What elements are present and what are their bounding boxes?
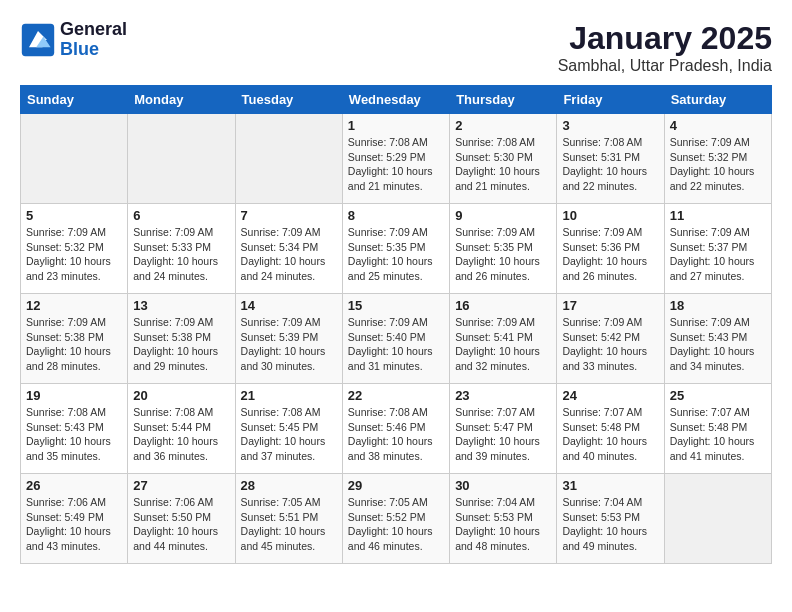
day-number: 1 (348, 118, 444, 133)
calendar-cell: 17Sunrise: 7:09 AMSunset: 5:42 PMDayligh… (557, 294, 664, 384)
day-info: Sunrise: 7:09 AMSunset: 5:37 PMDaylight:… (670, 225, 766, 284)
week-row-3: 12Sunrise: 7:09 AMSunset: 5:38 PMDayligh… (21, 294, 772, 384)
calendar-cell: 8Sunrise: 7:09 AMSunset: 5:35 PMDaylight… (342, 204, 449, 294)
day-header-sunday: Sunday (21, 86, 128, 114)
title-area: January 2025 Sambhal, Uttar Pradesh, Ind… (558, 20, 772, 75)
calendar-cell (21, 114, 128, 204)
calendar-cell (128, 114, 235, 204)
day-info: Sunrise: 7:09 AMSunset: 5:38 PMDaylight:… (133, 315, 229, 374)
day-number: 23 (455, 388, 551, 403)
day-info: Sunrise: 7:04 AMSunset: 5:53 PMDaylight:… (562, 495, 658, 554)
day-number: 24 (562, 388, 658, 403)
day-info: Sunrise: 7:09 AMSunset: 5:35 PMDaylight:… (348, 225, 444, 284)
week-row-2: 5Sunrise: 7:09 AMSunset: 5:32 PMDaylight… (21, 204, 772, 294)
day-number: 26 (26, 478, 122, 493)
week-row-1: 1Sunrise: 7:08 AMSunset: 5:29 PMDaylight… (21, 114, 772, 204)
month-title: January 2025 (558, 20, 772, 57)
calendar-cell: 10Sunrise: 7:09 AMSunset: 5:36 PMDayligh… (557, 204, 664, 294)
calendar-cell: 11Sunrise: 7:09 AMSunset: 5:37 PMDayligh… (664, 204, 771, 294)
day-info: Sunrise: 7:09 AMSunset: 5:32 PMDaylight:… (670, 135, 766, 194)
day-info: Sunrise: 7:08 AMSunset: 5:29 PMDaylight:… (348, 135, 444, 194)
calendar-cell: 14Sunrise: 7:09 AMSunset: 5:39 PMDayligh… (235, 294, 342, 384)
day-info: Sunrise: 7:09 AMSunset: 5:43 PMDaylight:… (670, 315, 766, 374)
calendar-cell: 9Sunrise: 7:09 AMSunset: 5:35 PMDaylight… (450, 204, 557, 294)
day-info: Sunrise: 7:09 AMSunset: 5:36 PMDaylight:… (562, 225, 658, 284)
day-number: 7 (241, 208, 337, 223)
week-row-4: 19Sunrise: 7:08 AMSunset: 5:43 PMDayligh… (21, 384, 772, 474)
calendar-table: SundayMondayTuesdayWednesdayThursdayFrid… (20, 85, 772, 564)
calendar-cell: 25Sunrise: 7:07 AMSunset: 5:48 PMDayligh… (664, 384, 771, 474)
calendar-cell: 16Sunrise: 7:09 AMSunset: 5:41 PMDayligh… (450, 294, 557, 384)
calendar-cell: 19Sunrise: 7:08 AMSunset: 5:43 PMDayligh… (21, 384, 128, 474)
logo-line2: Blue (60, 40, 127, 60)
calendar-cell: 3Sunrise: 7:08 AMSunset: 5:31 PMDaylight… (557, 114, 664, 204)
calendar-cell (235, 114, 342, 204)
day-info: Sunrise: 7:06 AMSunset: 5:49 PMDaylight:… (26, 495, 122, 554)
day-header-thursday: Thursday (450, 86, 557, 114)
day-info: Sunrise: 7:09 AMSunset: 5:35 PMDaylight:… (455, 225, 551, 284)
calendar-cell: 26Sunrise: 7:06 AMSunset: 5:49 PMDayligh… (21, 474, 128, 564)
day-number: 6 (133, 208, 229, 223)
day-number: 20 (133, 388, 229, 403)
calendar-cell: 28Sunrise: 7:05 AMSunset: 5:51 PMDayligh… (235, 474, 342, 564)
day-number: 4 (670, 118, 766, 133)
day-info: Sunrise: 7:09 AMSunset: 5:33 PMDaylight:… (133, 225, 229, 284)
day-number: 2 (455, 118, 551, 133)
day-info: Sunrise: 7:09 AMSunset: 5:41 PMDaylight:… (455, 315, 551, 374)
day-number: 13 (133, 298, 229, 313)
calendar-cell: 13Sunrise: 7:09 AMSunset: 5:38 PMDayligh… (128, 294, 235, 384)
calendar-cell: 29Sunrise: 7:05 AMSunset: 5:52 PMDayligh… (342, 474, 449, 564)
day-number: 22 (348, 388, 444, 403)
day-number: 8 (348, 208, 444, 223)
day-info: Sunrise: 7:08 AMSunset: 5:43 PMDaylight:… (26, 405, 122, 464)
calendar-cell: 20Sunrise: 7:08 AMSunset: 5:44 PMDayligh… (128, 384, 235, 474)
day-info: Sunrise: 7:08 AMSunset: 5:31 PMDaylight:… (562, 135, 658, 194)
calendar-cell: 18Sunrise: 7:09 AMSunset: 5:43 PMDayligh… (664, 294, 771, 384)
calendar-cell: 2Sunrise: 7:08 AMSunset: 5:30 PMDaylight… (450, 114, 557, 204)
day-info: Sunrise: 7:07 AMSunset: 5:48 PMDaylight:… (670, 405, 766, 464)
calendar-cell (664, 474, 771, 564)
calendar-cell: 12Sunrise: 7:09 AMSunset: 5:38 PMDayligh… (21, 294, 128, 384)
day-number: 14 (241, 298, 337, 313)
calendar-cell: 4Sunrise: 7:09 AMSunset: 5:32 PMDaylight… (664, 114, 771, 204)
day-number: 5 (26, 208, 122, 223)
calendar-cell: 23Sunrise: 7:07 AMSunset: 5:47 PMDayligh… (450, 384, 557, 474)
day-number: 18 (670, 298, 766, 313)
day-number: 31 (562, 478, 658, 493)
day-number: 17 (562, 298, 658, 313)
day-number: 28 (241, 478, 337, 493)
day-number: 15 (348, 298, 444, 313)
calendar-cell: 22Sunrise: 7:08 AMSunset: 5:46 PMDayligh… (342, 384, 449, 474)
day-info: Sunrise: 7:09 AMSunset: 5:32 PMDaylight:… (26, 225, 122, 284)
day-info: Sunrise: 7:08 AMSunset: 5:46 PMDaylight:… (348, 405, 444, 464)
day-number: 21 (241, 388, 337, 403)
day-header-friday: Friday (557, 86, 664, 114)
day-info: Sunrise: 7:08 AMSunset: 5:44 PMDaylight:… (133, 405, 229, 464)
day-number: 16 (455, 298, 551, 313)
calendar-cell: 6Sunrise: 7:09 AMSunset: 5:33 PMDaylight… (128, 204, 235, 294)
day-number: 25 (670, 388, 766, 403)
day-number: 9 (455, 208, 551, 223)
day-info: Sunrise: 7:05 AMSunset: 5:52 PMDaylight:… (348, 495, 444, 554)
day-number: 19 (26, 388, 122, 403)
day-info: Sunrise: 7:09 AMSunset: 5:38 PMDaylight:… (26, 315, 122, 374)
day-info: Sunrise: 7:09 AMSunset: 5:42 PMDaylight:… (562, 315, 658, 374)
calendar-cell: 7Sunrise: 7:09 AMSunset: 5:34 PMDaylight… (235, 204, 342, 294)
day-info: Sunrise: 7:06 AMSunset: 5:50 PMDaylight:… (133, 495, 229, 554)
day-info: Sunrise: 7:07 AMSunset: 5:47 PMDaylight:… (455, 405, 551, 464)
day-header-saturday: Saturday (664, 86, 771, 114)
day-number: 3 (562, 118, 658, 133)
day-header-tuesday: Tuesday (235, 86, 342, 114)
logo-line1: General (60, 20, 127, 40)
calendar-cell: 15Sunrise: 7:09 AMSunset: 5:40 PMDayligh… (342, 294, 449, 384)
day-header-monday: Monday (128, 86, 235, 114)
calendar-cell: 27Sunrise: 7:06 AMSunset: 5:50 PMDayligh… (128, 474, 235, 564)
day-number: 27 (133, 478, 229, 493)
day-number: 12 (26, 298, 122, 313)
day-info: Sunrise: 7:05 AMSunset: 5:51 PMDaylight:… (241, 495, 337, 554)
day-info: Sunrise: 7:04 AMSunset: 5:53 PMDaylight:… (455, 495, 551, 554)
day-info: Sunrise: 7:09 AMSunset: 5:40 PMDaylight:… (348, 315, 444, 374)
day-number: 29 (348, 478, 444, 493)
day-info: Sunrise: 7:08 AMSunset: 5:45 PMDaylight:… (241, 405, 337, 464)
day-info: Sunrise: 7:09 AMSunset: 5:34 PMDaylight:… (241, 225, 337, 284)
